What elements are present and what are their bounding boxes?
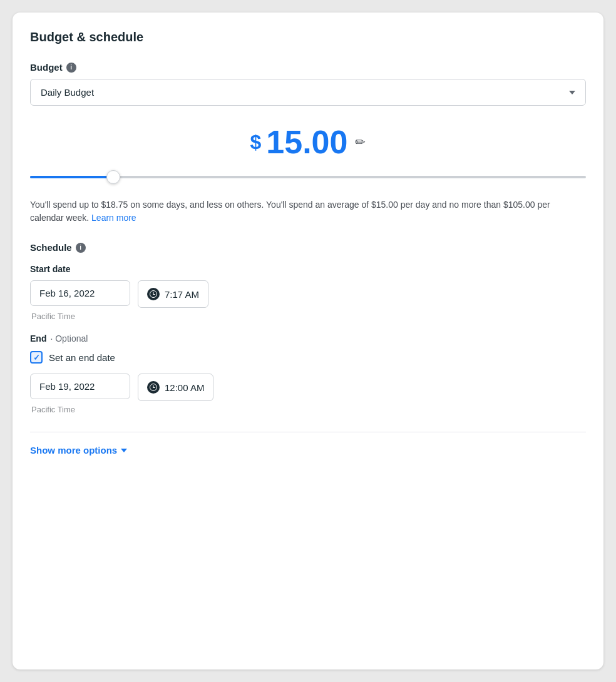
- dropdown-arrow-icon: [569, 91, 575, 94]
- show-more-options-button[interactable]: Show more options: [30, 445, 127, 456]
- schedule-section: Schedule i Start date Feb 16, 2022 7:17 …: [30, 242, 586, 414]
- budget-amount-display: $ 15.00 ✏: [30, 126, 586, 158]
- currency-symbol: $: [250, 131, 262, 154]
- budget-value: 15.00: [266, 126, 347, 158]
- set-end-date-checkbox[interactable]: ✓: [30, 351, 43, 364]
- start-date-input[interactable]: Feb 16, 2022: [30, 280, 130, 306]
- start-time-value: 7:17 AM: [165, 289, 199, 300]
- slider-fill: [30, 176, 113, 178]
- budget-dropdown-value: Daily Budget: [41, 87, 94, 98]
- start-date-label: Start date: [30, 264, 586, 274]
- end-date-input[interactable]: Feb 19, 2022: [30, 374, 130, 399]
- start-timezone-label: Pacific Time: [31, 312, 586, 321]
- start-date-row: Feb 16, 2022 7:17 AM: [30, 280, 586, 308]
- set-end-date-label: Set an end date: [49, 352, 115, 363]
- card-title: Budget & schedule: [30, 30, 586, 44]
- start-clock-icon: [147, 288, 160, 300]
- show-more-arrow-icon: [121, 449, 127, 452]
- budget-info-icon[interactable]: i: [66, 63, 76, 73]
- budget-note: You'll spend up to $18.75 on some days, …: [30, 198, 586, 225]
- end-time-value: 12:00 AM: [165, 382, 204, 393]
- end-label: End: [30, 333, 46, 344]
- budget-type-dropdown[interactable]: Daily Budget: [30, 79, 586, 106]
- budget-slider[interactable]: [30, 171, 586, 183]
- checkbox-check-icon: ✓: [33, 354, 40, 362]
- show-more-label: Show more options: [30, 445, 117, 456]
- set-end-date-checkbox-row[interactable]: ✓ Set an end date: [30, 351, 586, 364]
- schedule-label: Schedule i: [30, 242, 586, 253]
- end-label-row: End · Optional: [30, 333, 586, 344]
- edit-budget-icon[interactable]: ✏: [355, 135, 366, 150]
- learn-more-link[interactable]: Learn more: [91, 213, 136, 223]
- end-clock-icon: [147, 381, 160, 394]
- budget-label: Budget i: [30, 62, 586, 73]
- end-timezone-label: Pacific Time: [31, 405, 586, 414]
- budget-section: Budget i Daily Budget $ 15.00 ✏ You'll s…: [30, 62, 586, 225]
- budget-schedule-card: Budget & schedule Budget i Daily Budget …: [13, 13, 603, 669]
- slider-thumb[interactable]: [106, 170, 120, 184]
- schedule-info-icon[interactable]: i: [76, 243, 86, 253]
- optional-label: · Optional: [50, 333, 88, 344]
- end-date-row: Feb 19, 2022 12:00 AM: [30, 374, 586, 401]
- end-time-input[interactable]: 12:00 AM: [138, 374, 213, 401]
- bottom-divider: [30, 432, 586, 432]
- start-time-input[interactable]: 7:17 AM: [138, 280, 208, 308]
